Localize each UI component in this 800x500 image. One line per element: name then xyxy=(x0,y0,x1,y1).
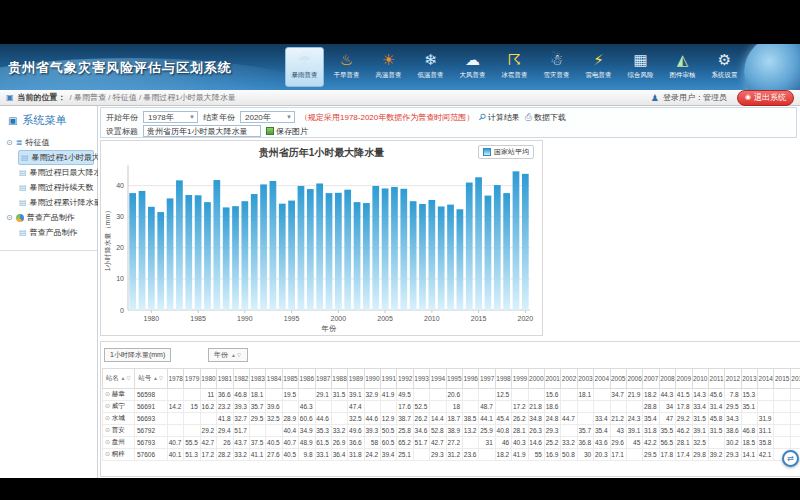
year-column-header[interactable]: 1978 xyxy=(168,369,184,389)
app-window: 贵州省气象灾害风险评估与区划系统 ☔暴雨普查♨干旱普查☀高温普查❄低温普查☁大风… xyxy=(0,44,800,478)
year-column-header[interactable]: 1983 xyxy=(249,369,265,389)
year-column-header[interactable]: 2014 xyxy=(758,369,774,389)
value-cell xyxy=(364,401,380,413)
year-column-header[interactable]: 2005 xyxy=(610,369,626,389)
year-column-header[interactable]: 1993 xyxy=(413,369,429,389)
value-cell: 29.4 xyxy=(217,425,233,437)
floating-widget-icon[interactable]: ⇄ xyxy=(782,450,799,467)
row-expander-icon[interactable]: ⊙ xyxy=(105,451,110,457)
year-column-header[interactable]: 2004 xyxy=(594,369,610,389)
year-column-header[interactable]: 1987 xyxy=(315,369,331,389)
year-column-header[interactable]: 2007 xyxy=(643,369,659,389)
tree-group-2[interactable]: ⊙普查产品制作 xyxy=(5,210,94,225)
row-expander-icon[interactable]: ⊙ xyxy=(105,391,110,397)
year-column-header[interactable]: 1990 xyxy=(364,369,380,389)
chart-title-input[interactable] xyxy=(143,125,261,137)
table-row[interactable]: ⊙ 桐梓5760640.151.317.228.233.241.127.640.… xyxy=(103,449,800,461)
year-column-header[interactable]: 2011 xyxy=(708,369,724,389)
year-column-header[interactable]: 2001 xyxy=(544,369,560,389)
value-cell: 33.2 xyxy=(561,437,577,449)
year-column-header[interactable]: 2002 xyxy=(561,369,577,389)
id-header[interactable]: 站号 xyxy=(138,374,151,381)
year-column-header[interactable]: 1989 xyxy=(348,369,364,389)
expander-icon[interactable]: ⊙ xyxy=(6,138,13,147)
table-row[interactable]: ⊙ 普安5679229.229.451.740.434.935.333.249.… xyxy=(103,425,800,437)
tree-item[interactable]: ▤普查产品制作 xyxy=(18,225,94,240)
year-column-header[interactable]: 1981 xyxy=(217,369,233,389)
year-column-header[interactable]: 1995 xyxy=(446,369,462,389)
tree-item[interactable]: ▤暴雨过程累计降水量 xyxy=(18,195,94,210)
tree-item[interactable]: ▤暴雨过程1小时最大降水量 xyxy=(18,150,94,165)
year-column-header[interactable]: 1982 xyxy=(233,369,249,389)
name-header[interactable]: 站名 xyxy=(106,374,119,381)
year-column-header[interactable]: 1991 xyxy=(381,369,397,389)
year-column-header[interactable]: 1998 xyxy=(495,369,511,389)
value-cell: 17.8 xyxy=(676,401,692,413)
table-row[interactable]: ⊙ 盘州5679340.755.542.72643.737.540.540.74… xyxy=(103,437,800,449)
year-column-header[interactable]: 2012 xyxy=(725,369,741,389)
year-column-header[interactable]: 2010 xyxy=(692,369,708,389)
tree-group-1[interactable]: ⊙≣特征值 xyxy=(5,135,94,150)
year-column-header[interactable]: 1979 xyxy=(184,369,200,389)
year-column-header[interactable]: 1999 xyxy=(512,369,528,389)
measure-field-button[interactable]: 1小时降水量(mm) xyxy=(104,348,171,362)
tree-item[interactable]: ▤暴雨过程持续天数 xyxy=(18,180,94,195)
svg-text:40: 40 xyxy=(116,182,124,189)
value-cell: 40.5 xyxy=(282,449,298,461)
value-cell: 31.8 xyxy=(643,425,659,437)
year-column-header[interactable]: 2016 xyxy=(790,369,800,389)
year-column-header[interactable]: 2015 xyxy=(774,369,790,389)
year-column-header[interactable]: 1985 xyxy=(282,369,298,389)
nav-item-4[interactable]: ❄低温普查 xyxy=(411,47,450,87)
calc-result-button[interactable]: ⚲ 计算结果 xyxy=(479,112,520,123)
app-title: 贵州省气象灾害风险评估与区划系统 xyxy=(8,59,232,77)
value-cell: 21.9 xyxy=(626,389,642,401)
nav-item-10[interactable]: ◭图件审核 xyxy=(663,47,702,87)
sort-filter-icons[interactable]: ▲▽ xyxy=(121,375,132,381)
value-cell: 9.8 xyxy=(299,449,315,461)
nav-item-3[interactable]: ☀高温普查 xyxy=(369,47,408,87)
row-expander-icon[interactable]: ⊙ xyxy=(105,403,110,409)
save-image-button[interactable]: 保存图片 xyxy=(266,126,308,137)
logout-button[interactable]: ◉ 退出系统 xyxy=(737,90,794,106)
row-expander-icon[interactable]: ⊙ xyxy=(105,439,110,445)
value-cell xyxy=(479,449,495,461)
year-column-header[interactable]: 2009 xyxy=(676,369,692,389)
year-column-header[interactable]: 1984 xyxy=(266,369,282,389)
year-column-header[interactable]: 2003 xyxy=(577,369,593,389)
tree-item[interactable]: ▤暴雨过程日最大降水量 xyxy=(18,165,94,180)
year-column-header[interactable]: 1988 xyxy=(331,369,347,389)
year-column-header[interactable]: 1994 xyxy=(430,369,446,389)
table-row[interactable]: ⊙ 威宁5669114.21516.223.239.335.739.646.34… xyxy=(103,401,800,413)
row-expander-icon[interactable]: ⊙ xyxy=(105,427,110,433)
year-column-header[interactable]: 1997 xyxy=(479,369,495,389)
year-column-header[interactable]: 1996 xyxy=(463,369,479,389)
year-column-header[interactable]: 2006 xyxy=(626,369,642,389)
nav-item-6[interactable]: ☈冰雹普查 xyxy=(495,47,534,87)
end-year-select[interactable]: 2020年 ▼ xyxy=(240,111,295,123)
table-row[interactable]: ⊙ 赫章565981136.646.818.119.529.131.539.13… xyxy=(103,389,800,401)
nav-item-1[interactable]: ☔暴雨普查 xyxy=(285,47,324,87)
nav-item-11[interactable]: ⚙系统设置 xyxy=(705,47,744,87)
sort-filter-icons[interactable]: ▲▽ xyxy=(153,375,164,381)
year-column-header[interactable]: 2013 xyxy=(741,369,757,389)
year-column-header[interactable]: 2000 xyxy=(528,369,544,389)
year-column-header[interactable]: 1992 xyxy=(397,369,413,389)
nav-item-5[interactable]: ☁大风普查 xyxy=(453,47,492,87)
table-body: ⊙ 赫章565981136.646.818.119.529.131.539.13… xyxy=(103,389,800,461)
year-column-header[interactable]: 2008 xyxy=(659,369,675,389)
expander-icon[interactable]: ⊙ xyxy=(6,213,13,222)
row-expander-icon[interactable]: ⊙ xyxy=(105,415,110,421)
nav-item-2[interactable]: ♨干旱普查 xyxy=(327,47,366,87)
table-row[interactable]: ⊙ 水城5669341.832.729.532.528.960.644.632.… xyxy=(103,413,800,425)
nav-item-7[interactable]: ☃雪灾普查 xyxy=(537,47,576,87)
column-field-button[interactable]: 年份 ▲▽ xyxy=(208,348,248,362)
sort-filter-icons[interactable]: ▲▽ xyxy=(231,352,242,358)
nav-item-8[interactable]: ⚡雷电普查 xyxy=(579,47,618,87)
year-column-header[interactable]: 1980 xyxy=(200,369,216,389)
year-column-header[interactable]: 1986 xyxy=(299,369,315,389)
nav-item-9[interactable]: ▦综合风险 xyxy=(621,47,660,87)
data-download-button[interactable]: ⎙ 数据下载 xyxy=(525,112,566,123)
start-year-select[interactable]: 1978年 ▼ xyxy=(143,111,198,123)
value-cell xyxy=(774,401,790,413)
